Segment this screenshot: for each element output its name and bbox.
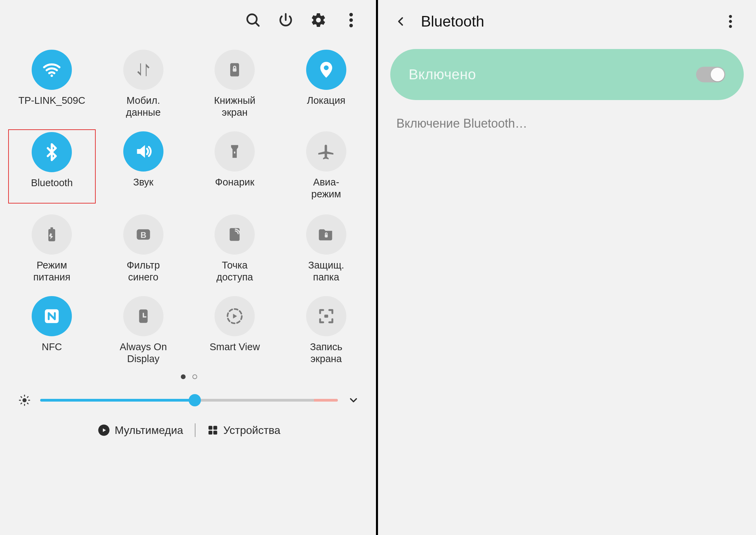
booklock-label: Книжный экран bbox=[214, 95, 255, 118]
bluetooth-label: Bluetooth bbox=[31, 177, 73, 201]
tile-wifi: TP-LINK_509C bbox=[8, 48, 96, 120]
svg-rect-29 bbox=[208, 426, 212, 429]
svg-point-4 bbox=[349, 24, 353, 27]
quick-settings-grid: TP-LINK_509CМобил. данныеКнижный экранЛо… bbox=[0, 34, 378, 367]
tile-battery: Режим питания bbox=[8, 212, 96, 285]
hotspot-toggle[interactable] bbox=[215, 214, 255, 255]
bluefilter-toggle[interactable]: B bbox=[123, 214, 163, 255]
svg-rect-7 bbox=[233, 68, 237, 72]
battery-icon bbox=[44, 226, 60, 243]
quick-settings-header bbox=[0, 0, 378, 34]
svg-rect-30 bbox=[213, 426, 217, 429]
mobiledata-toggle[interactable] bbox=[123, 50, 163, 90]
svg-point-33 bbox=[729, 15, 732, 18]
more-icon[interactable] bbox=[722, 13, 739, 30]
smartview-toggle[interactable] bbox=[215, 296, 255, 336]
gear-icon[interactable] bbox=[308, 10, 329, 31]
tile-aod: Always On Display bbox=[100, 294, 187, 367]
svg-rect-11 bbox=[50, 227, 53, 229]
secfolder-toggle[interactable] bbox=[306, 214, 346, 255]
sound-icon bbox=[134, 142, 153, 161]
nfc-icon bbox=[43, 307, 61, 325]
switch-knob bbox=[711, 68, 724, 81]
bluetooth-settings-panel: Bluetooth Включено Включение Bluetooth… bbox=[378, 0, 756, 535]
tile-sound: Звук bbox=[100, 129, 187, 204]
slider-warm-zone bbox=[314, 399, 338, 402]
nfc-label: NFC bbox=[42, 341, 62, 365]
nfc-toggle[interactable] bbox=[32, 296, 72, 336]
mobiledata-label: Мобил. данные bbox=[126, 95, 161, 118]
svg-rect-32 bbox=[213, 431, 217, 434]
bluetooth-switch[interactable] bbox=[696, 67, 725, 82]
brightness-row bbox=[0, 379, 378, 408]
smartview-icon bbox=[225, 307, 244, 326]
page-indicator[interactable] bbox=[0, 374, 378, 379]
brightness-icon bbox=[17, 393, 32, 408]
svg-point-35 bbox=[729, 25, 732, 28]
toggle-label: Включено bbox=[409, 66, 476, 83]
bluetooth-toggle[interactable] bbox=[32, 132, 72, 172]
devices-button[interactable]: Устройства bbox=[207, 424, 280, 437]
airplane-icon bbox=[317, 142, 336, 161]
back-icon[interactable] bbox=[392, 13, 409, 30]
smartview-label: Smart View bbox=[209, 341, 260, 365]
screenrec-toggle[interactable] bbox=[306, 296, 346, 336]
tile-screenrec: Запись экрана bbox=[283, 294, 370, 367]
expand-brightness-icon[interactable] bbox=[346, 393, 361, 408]
separator bbox=[195, 423, 195, 437]
media-button[interactable]: Мультимедиа bbox=[98, 424, 183, 437]
tile-bluetooth: Bluetooth bbox=[8, 129, 96, 204]
booklock-toggle[interactable] bbox=[215, 50, 255, 90]
tile-smartview: Smart View bbox=[191, 294, 279, 367]
bluetooth-icon bbox=[42, 143, 61, 162]
svg-point-2 bbox=[349, 13, 353, 16]
svg-rect-9 bbox=[234, 151, 235, 153]
aod-label: Always On Display bbox=[120, 341, 167, 365]
svg-rect-18 bbox=[324, 315, 328, 318]
location-icon bbox=[317, 60, 336, 79]
tile-secfolder: Защищ. папка bbox=[283, 212, 370, 285]
airplane-label: Авиа- режим bbox=[311, 176, 341, 200]
bluetooth-header: Bluetooth bbox=[378, 0, 756, 42]
bluefilter-icon: B bbox=[135, 226, 152, 243]
flashlight-toggle[interactable] bbox=[215, 131, 255, 172]
battery-label: Режим питания bbox=[33, 259, 70, 283]
location-toggle[interactable] bbox=[306, 50, 346, 90]
search-icon[interactable] bbox=[242, 10, 264, 31]
hotspot-label: Точка доступа bbox=[217, 259, 253, 283]
bluefilter-label: Фильтр синего bbox=[127, 259, 160, 283]
tile-nfc: NFC bbox=[8, 294, 96, 367]
mobiledata-icon bbox=[134, 60, 153, 79]
booklock-icon bbox=[226, 61, 243, 79]
svg-line-26 bbox=[21, 403, 22, 404]
svg-point-8 bbox=[324, 65, 329, 70]
aod-toggle[interactable] bbox=[123, 296, 163, 336]
svg-rect-31 bbox=[208, 431, 212, 434]
tile-hotspot: Точка доступа bbox=[191, 212, 279, 285]
svg-line-1 bbox=[255, 22, 259, 26]
bluetooth-toggle-pill[interactable]: Включено bbox=[390, 49, 744, 100]
svg-text:B: B bbox=[140, 230, 146, 240]
wifi-icon bbox=[42, 60, 62, 80]
brightness-slider[interactable] bbox=[40, 393, 338, 407]
svg-point-5 bbox=[51, 75, 53, 77]
bluetooth-status-text: Включение Bluetooth… bbox=[396, 116, 738, 131]
tile-airplane: Авиа- режим bbox=[283, 129, 370, 204]
quick-settings-panel: TP-LINK_509CМобил. данныеКнижный экранЛо… bbox=[0, 0, 378, 535]
flashlight-icon bbox=[226, 143, 243, 160]
slider-thumb[interactable] bbox=[189, 394, 201, 406]
header-left: Bluetooth bbox=[392, 13, 484, 30]
airplane-toggle[interactable] bbox=[306, 131, 346, 172]
flashlight-label: Фонарик bbox=[215, 176, 254, 200]
sound-toggle[interactable] bbox=[123, 131, 163, 172]
power-icon[interactable] bbox=[275, 10, 296, 31]
more-icon[interactable] bbox=[341, 10, 362, 31]
svg-line-24 bbox=[21, 397, 22, 398]
play-circle-icon bbox=[98, 424, 110, 436]
secfolder-label: Защищ. папка bbox=[308, 259, 344, 283]
svg-point-3 bbox=[349, 18, 353, 22]
battery-toggle[interactable] bbox=[32, 214, 72, 255]
slider-fill bbox=[40, 399, 195, 402]
tile-location: Локация bbox=[283, 48, 370, 120]
wifi-toggle[interactable] bbox=[32, 50, 72, 90]
